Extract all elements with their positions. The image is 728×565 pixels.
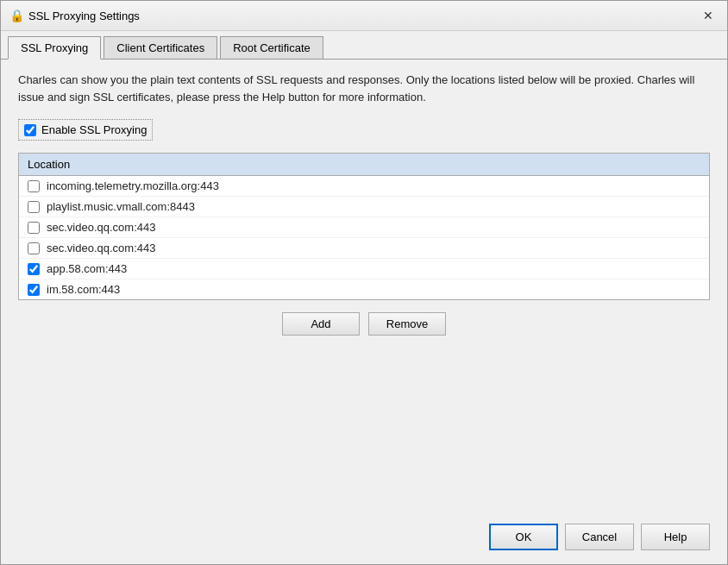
tab-root-certificate[interactable]: Root Certificate bbox=[220, 36, 323, 60]
remove-button[interactable]: Remove bbox=[368, 312, 446, 336]
enable-ssl-proxying-label[interactable]: Enable SSL Proxying bbox=[18, 119, 153, 141]
table-row: incoming.telemetry.mozilla.org:443 bbox=[19, 176, 709, 197]
dialog: 🔒 SSL Proxying Settings ✕ SSL Proxying C… bbox=[0, 0, 728, 565]
ok-button[interactable]: OK bbox=[489, 524, 558, 550]
title-bar-left: 🔒 SSL Proxying Settings bbox=[9, 9, 140, 22]
close-button[interactable]: ✕ bbox=[698, 6, 719, 25]
table-header: Location bbox=[19, 154, 709, 176]
description-text: Charles can show you the plain text cont… bbox=[18, 72, 710, 105]
enable-ssl-proxying-text: Enable SSL Proxying bbox=[41, 123, 147, 136]
tabs-container: SSL Proxying Client Certificates Root Ce… bbox=[1, 31, 727, 60]
row-2-location: playlist.music.vmall.com:8443 bbox=[47, 200, 195, 213]
table-row: app.58.com:443 bbox=[19, 259, 709, 279]
row-6-location: im.58.com:443 bbox=[47, 283, 120, 296]
tab-content: Charles can show you the plain text cont… bbox=[1, 59, 727, 515]
row-6-checkbox[interactable] bbox=[28, 284, 40, 296]
row-2-checkbox[interactable] bbox=[28, 201, 40, 213]
row-1-checkbox[interactable] bbox=[28, 180, 40, 192]
table-row: sec.video.qq.com:443 bbox=[19, 238, 709, 259]
cancel-button[interactable]: Cancel bbox=[565, 524, 634, 550]
dialog-title: SSL Proxying Settings bbox=[28, 9, 140, 22]
footer: OK Cancel Help bbox=[1, 515, 727, 564]
tab-ssl-proxying[interactable]: SSL Proxying bbox=[8, 36, 101, 60]
help-button[interactable]: Help bbox=[641, 524, 710, 550]
locations-table: Location incoming.telemetry.mozilla.org:… bbox=[18, 153, 710, 300]
add-button[interactable]: Add bbox=[282, 312, 360, 336]
row-1-location: incoming.telemetry.mozilla.org:443 bbox=[47, 179, 219, 192]
table-row: sec.video.qq.com:443 bbox=[19, 217, 709, 238]
row-4-checkbox[interactable] bbox=[28, 242, 40, 254]
row-5-checkbox[interactable] bbox=[28, 263, 40, 275]
row-3-checkbox[interactable] bbox=[28, 222, 40, 234]
enable-ssl-proxying-checkbox[interactable] bbox=[24, 124, 36, 136]
row-4-location: sec.video.qq.com:443 bbox=[47, 242, 155, 254]
row-3-location: sec.video.qq.com:443 bbox=[47, 221, 155, 234]
title-bar: 🔒 SSL Proxying Settings ✕ bbox=[1, 1, 727, 31]
app-icon: 🔒 bbox=[9, 9, 23, 22]
tab-client-certificates[interactable]: Client Certificates bbox=[104, 36, 217, 60]
table-row: im.58.com:443 bbox=[19, 279, 709, 299]
row-5-location: app.58.com:443 bbox=[47, 262, 127, 275]
table-buttons: Add Remove bbox=[18, 312, 710, 336]
table-row: playlist.music.vmall.com:8443 bbox=[19, 197, 709, 217]
